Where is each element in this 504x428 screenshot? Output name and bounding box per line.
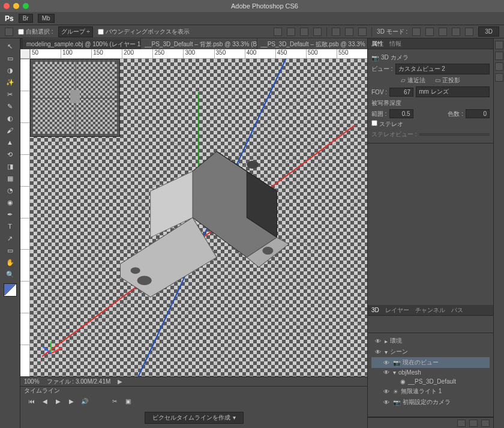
mini-bridge-button[interactable]: Mb (38, 14, 55, 23)
eye-icon[interactable]: 👁 (374, 349, 382, 355)
scene-node[interactable]: 👁▾ シーン (371, 346, 490, 357)
workspace-switcher[interactable]: 3D (478, 26, 499, 37)
filter-light-icon[interactable] (407, 320, 417, 328)
delete-icon[interactable] (481, 420, 490, 427)
adjustments-panel-icon[interactable] (495, 62, 503, 71)
tab-layers[interactable]: レイヤー (385, 306, 409, 315)
3d-pan-icon[interactable] (439, 28, 447, 36)
brush-tool[interactable]: 🖌 (4, 125, 16, 136)
document-tab[interactable]: __PS_3D_Default – 背景.psb @ 33.3% (BG, RG… (141, 38, 256, 49)
eraser-tool[interactable]: ◨ (4, 161, 16, 172)
tab-3d[interactable]: 3D (371, 307, 379, 313)
swatches-panel-icon[interactable] (495, 52, 503, 60)
scene-node[interactable]: 👁📷 初期設定のカメラ (371, 397, 490, 408)
document-tab[interactable]: modeling_sample.obj @ 100% (レイヤー 1, RGB/… (23, 38, 140, 49)
crop-tool[interactable]: ✂ (4, 89, 16, 100)
scene-node[interactable]: 👁▸ 環境 (371, 336, 490, 346)
tab-info[interactable]: 情報 (389, 40, 401, 48)
shape-tool[interactable]: ▭ (4, 245, 16, 256)
secondary-view[interactable] (30, 59, 120, 137)
3d-viewport[interactable] (30, 59, 367, 376)
eye-icon[interactable]: 👁 (374, 338, 382, 345)
perspective-icon[interactable]: ▱ (401, 77, 406, 83)
auto-select-checkbox[interactable]: 自動選択 : (18, 28, 53, 36)
align-icon[interactable] (287, 28, 295, 36)
3d-slide-icon[interactable] (452, 28, 460, 36)
chevron-right-icon[interactable]: ▶ (118, 378, 122, 385)
color-swatch[interactable] (4, 283, 17, 297)
horizontal-ruler[interactable]: 50100150200250300350400450500550 (20, 49, 367, 59)
eye-icon[interactable]: 👁 (382, 360, 391, 366)
gradient-tool[interactable]: ▦ (4, 173, 16, 184)
pen-tool[interactable]: ✒ (4, 209, 16, 220)
eye-icon[interactable]: 👁 (382, 399, 391, 406)
close-icon[interactable] (4, 3, 10, 9)
render-icon[interactable] (457, 420, 466, 427)
first-frame-button[interactable]: ⏮ (28, 397, 36, 405)
move-tool[interactable]: ↖ (4, 41, 16, 52)
scene-node[interactable]: ◉ __PS_3D_Default (371, 377, 490, 386)
history-tool[interactable]: ⟲ (4, 149, 16, 160)
dist-field[interactable]: 0.5 (389, 109, 413, 118)
scene-node[interactable]: 👁📷 現在のビュー (371, 357, 490, 368)
ortho-icon[interactable]: ▭ (435, 77, 440, 83)
distribute-icon[interactable] (358, 28, 367, 36)
3d-scale-icon[interactable] (465, 28, 473, 36)
heal-tool[interactable]: ◐ (4, 113, 16, 124)
fov-unit-dropdown[interactable]: mm レンズ (416, 86, 490, 97)
vertical-ruler[interactable] (20, 59, 30, 376)
next-frame-button[interactable]: ▶ (67, 397, 76, 405)
eyedropper-tool[interactable]: ✎ (4, 101, 16, 112)
filter-all-icon[interactable] (371, 320, 381, 328)
styles-panel-icon[interactable] (495, 73, 503, 82)
auto-select-mode[interactable]: グループ ÷ (58, 26, 93, 37)
dodge-tool[interactable]: ◉ (4, 197, 16, 208)
marquee-tool[interactable]: ▭ (4, 53, 16, 64)
tab-channels[interactable]: チャンネル (415, 306, 445, 315)
3d-rotate-icon[interactable] (412, 28, 421, 36)
document-tab[interactable]: __PS_3D_Default – 拡散.psb @ 33.3% (レイヤ...… (257, 38, 367, 49)
tab-paths[interactable]: パス (451, 306, 463, 315)
filter-mesh-icon[interactable] (383, 320, 393, 328)
play-button[interactable]: ▶ (54, 397, 62, 405)
distribute-icon[interactable] (345, 28, 353, 36)
timeline-title[interactable]: タイムライン (24, 387, 60, 395)
filter-material-icon[interactable] (395, 320, 405, 328)
type-tool[interactable]: T (4, 221, 16, 232)
fov-field[interactable]: 67 (389, 88, 413, 97)
app-logo[interactable]: Ps (5, 14, 14, 23)
zoom-level[interactable]: 100% (24, 378, 40, 385)
scene-node[interactable]: 👁▾ objMesh (371, 368, 490, 377)
zoom-icon[interactable] (23, 3, 29, 9)
eye-icon[interactable]: 👁 (382, 388, 391, 395)
move-tool-icon[interactable] (5, 28, 13, 36)
color-panel-icon[interactable] (495, 41, 503, 49)
stamp-tool[interactable]: ▲ (4, 137, 16, 148)
bbox-checkbox[interactable]: バウンディングボックスを表示 (98, 28, 190, 36)
bridge-button[interactable]: Br (19, 14, 33, 23)
create-timeline-button[interactable]: ピクセルタイムラインを作成▾ (145, 412, 244, 424)
hand-tool[interactable]: ✋ (4, 257, 16, 268)
3d-roll-icon[interactable] (425, 28, 434, 36)
split-button[interactable]: ✂ (110, 397, 119, 405)
scene-node[interactable]: 👁☀ 無限遠ライト 1 (371, 386, 490, 397)
zoom-tool[interactable]: 🔍 (4, 269, 16, 280)
wand-tool[interactable]: ✨ (4, 77, 16, 88)
eye-icon[interactable]: 👁 (382, 369, 391, 376)
new-light-icon[interactable] (469, 420, 478, 427)
file-info[interactable]: ファイル : 3.00M/2.41M (47, 378, 111, 386)
lasso-tool[interactable]: ◑ (4, 65, 16, 76)
align-icon[interactable] (300, 28, 308, 36)
align-icon[interactable] (274, 28, 282, 36)
path-tool[interactable]: ↗ (4, 233, 16, 244)
minimize-icon[interactable] (13, 3, 19, 9)
prev-frame-button[interactable]: ◀ (41, 397, 49, 405)
view-dropdown[interactable]: カスタムビュー 2 (395, 64, 490, 74)
align-icon[interactable] (313, 28, 322, 36)
distribute-icon[interactable] (332, 28, 340, 36)
depth-field[interactable]: 0 (466, 109, 490, 118)
stereo-checkbox[interactable]: ステレオ (371, 120, 403, 128)
transition-button[interactable]: ▣ (124, 397, 132, 405)
blur-tool[interactable]: ◔ (4, 185, 16, 196)
audio-button[interactable]: 🔊 (80, 397, 89, 405)
